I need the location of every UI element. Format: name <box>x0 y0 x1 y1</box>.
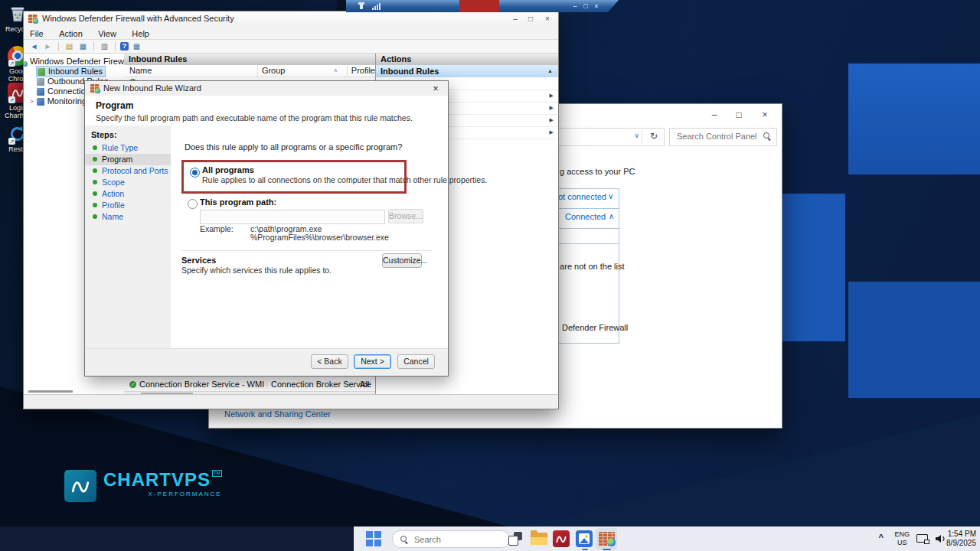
browse-button[interactable]: Browse... <box>388 209 423 223</box>
tree-item-inbound-rules[interactable]: Inbound Rules <box>24 67 124 77</box>
chevron-up-icon[interactable]: ∧ <box>609 212 614 220</box>
list-icon[interactable]: ▥ <box>99 42 110 51</box>
step-protocol-and-ports[interactable]: Protocol and Ports <box>85 165 171 177</box>
shortcut-arrow-icon: ↗ <box>8 96 15 103</box>
step-name[interactable]: Name <box>85 211 171 223</box>
address-dropdown-icon[interactable]: ∨ <box>634 132 639 139</box>
program-path-label[interactable]: This program path: <box>200 197 276 207</box>
minimize-button[interactable]: – <box>702 107 727 122</box>
maximize-button[interactable]: □ <box>523 14 538 24</box>
back-button[interactable]: < Back <box>311 354 348 369</box>
chevron-down-icon[interactable]: ∨ <box>608 192 613 201</box>
flyout-arrow-icon: ▶ <box>550 117 554 123</box>
tree-item-root[interactable]: Windows Defender Firewall wit <box>24 57 124 67</box>
customize-button[interactable]: Customize... <box>382 253 422 268</box>
menu-help[interactable]: Help <box>126 28 155 40</box>
firewall-taskbar-icon <box>599 532 615 546</box>
close-button[interactable]: × <box>540 14 555 24</box>
cancel-button[interactable]: Cancel <box>397 354 435 369</box>
shortcut-arrow-icon: ↗ <box>8 60 15 67</box>
monitoring-icon <box>37 98 44 106</box>
menu-view[interactable]: View <box>92 28 122 40</box>
menu-action[interactable]: Action <box>53 28 89 40</box>
rule-row[interactable]: ✓Connection Broker Service - WMI (DCO...… <box>124 379 375 390</box>
volume-icon[interactable] <box>935 534 946 543</box>
tree-horizontal-scrollbar[interactable] <box>28 390 73 393</box>
menu-file[interactable]: File <box>24 28 50 40</box>
all-programs-label[interactable]: All programs <box>202 165 254 174</box>
chartvps-taskbar-button[interactable] <box>553 530 570 547</box>
console-window-icon[interactable]: ▦ <box>131 42 142 51</box>
brand-trademark: TM <box>212 470 222 477</box>
step-action[interactable]: Action <box>85 188 171 200</box>
firewall-app-icon <box>90 84 100 93</box>
refresh-icon[interactable]: ↻ <box>650 131 658 142</box>
step-profile[interactable]: Profile <box>85 200 171 211</box>
step-scope[interactable]: Scope <box>85 177 171 188</box>
taskbar-search-input[interactable] <box>413 534 492 545</box>
connection-security-icon <box>37 88 44 96</box>
forward-icon[interactable]: ► <box>42 42 54 51</box>
search-box[interactable] <box>669 128 777 146</box>
network-icon[interactable] <box>916 534 928 543</box>
inbound-rules-icon <box>38 68 45 76</box>
display-app-button[interactable] <box>576 530 593 547</box>
access-text-fragment: g access to your PC <box>560 167 635 176</box>
column-group[interactable]: Group ∧ <box>258 65 348 77</box>
language-indicator[interactable]: ENG US <box>894 530 910 547</box>
wizard-titlebar[interactable]: New Inbound Rule Wizard × <box>85 81 448 96</box>
help-icon[interactable]: ? <box>120 42 129 51</box>
taskbar-search[interactable] <box>392 530 510 548</box>
defender-firewall-link-fragment[interactable]: Defender Firewall <box>562 323 628 332</box>
all-programs-radio[interactable] <box>190 168 200 178</box>
tray-chevron-icon[interactable]: ^ <box>879 533 884 542</box>
start-button[interactable] <box>366 531 381 546</box>
rdp-close-button[interactable]: × <box>591 1 602 11</box>
close-button[interactable]: × <box>753 107 777 122</box>
control-panel-search-input[interactable] <box>675 131 759 142</box>
maximize-button[interactable]: □ <box>727 107 751 122</box>
task-view-button[interactable] <box>508 532 522 546</box>
rdp-restore-button[interactable]: □ <box>580 1 591 11</box>
program-path-input[interactable] <box>200 210 385 224</box>
pin-icon[interactable] <box>360 2 363 9</box>
tree-item-label: Monitoring <box>47 96 87 106</box>
clock[interactable]: 1:54 PM 8/9/2025 <box>946 530 976 548</box>
window-icon[interactable]: ▦ <box>77 42 89 51</box>
taskbar: ^ ENG US 1:54 PM 8/9/2025 <box>0 527 980 551</box>
divider <box>181 250 433 251</box>
program-path-radio[interactable] <box>188 199 198 209</box>
wizard-content: Does this rule apply to all programs or … <box>171 126 448 349</box>
firewall-titlebar[interactable]: Windows Defender Firewall with Advanced … <box>24 11 558 26</box>
rule-group: Connection Broker Service <box>267 379 356 390</box>
actions-inbound-rules-section[interactable]: Inbound Rules ▲ <box>376 65 558 77</box>
window-title: Windows Defender Firewall with Advanced … <box>42 14 234 23</box>
firewall-taskbar-button[interactable] <box>596 528 617 549</box>
file-explorer-button[interactable] <box>531 533 547 545</box>
wizard-steps-panel: Steps: Rule Type Program Protocol and Po… <box>85 126 172 349</box>
wizard-header: Program Specify the full program path an… <box>85 96 448 126</box>
search-icon <box>763 132 771 140</box>
column-name[interactable]: Name <box>124 65 258 77</box>
export-icon[interactable]: ▤ <box>64 42 75 51</box>
minimize-button[interactable]: – <box>508 14 523 24</box>
example-path-2: %ProgramFiles%\browser\browser.exe <box>250 233 389 242</box>
step-rule-type[interactable]: Rule Type <box>85 142 171 154</box>
step-program[interactable]: Program <box>85 154 171 165</box>
rdp-connection-bar[interactable]: – □ × <box>346 0 619 12</box>
chartvps-logo-icon <box>64 470 96 502</box>
outbound-rules-icon <box>37 78 44 86</box>
rdp-server-name-redacted <box>459 0 499 12</box>
not-connected-label[interactable]: ot connected <box>558 192 606 201</box>
next-button[interactable]: Next > <box>354 354 391 369</box>
network-sharing-center-link[interactable]: Network and Sharing Center <box>224 409 331 419</box>
connected-label[interactable]: Connected <box>565 212 606 221</box>
steps-label: Steps: <box>85 126 171 142</box>
close-button[interactable]: × <box>430 83 442 94</box>
collapse-icon[interactable]: ▲ <box>547 65 553 77</box>
new-inbound-rule-wizard: New Inbound Rule Wizard × Program Specif… <box>84 80 449 377</box>
back-icon[interactable]: ◄ <box>28 42 40 51</box>
column-profile[interactable]: Profile <box>348 65 375 77</box>
rdp-minimize-button[interactable]: – <box>570 1 580 11</box>
tree-expander-icon[interactable]: > <box>30 96 34 106</box>
